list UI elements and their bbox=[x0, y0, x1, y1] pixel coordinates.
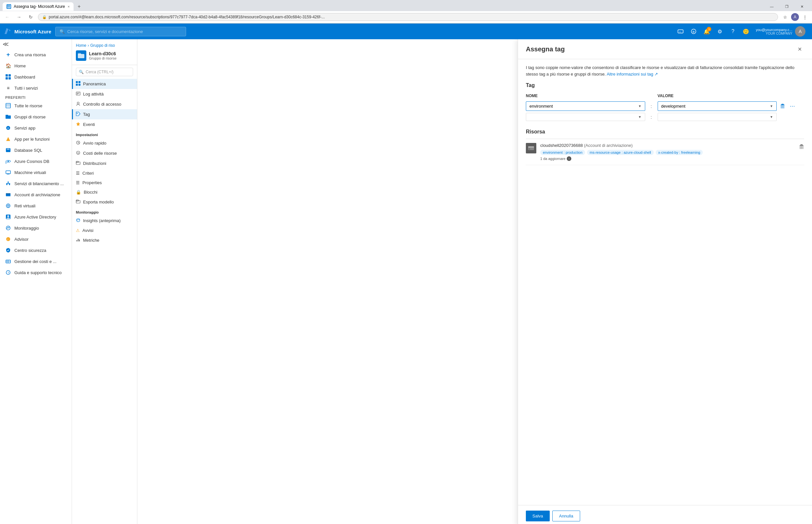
minimize-btn[interactable]: — bbox=[764, 2, 779, 11]
rp-menu-metriche[interactable]: Metriche bbox=[72, 235, 137, 245]
cancel-button[interactable]: Annulla bbox=[552, 511, 580, 521]
tag-separator-2: : bbox=[647, 114, 656, 120]
sidebar-item-advisor[interactable]: i Advisor bbox=[0, 233, 72, 245]
resource-tag-2: x-created-by : freelearning bbox=[656, 150, 703, 155]
sidebar-item-sql[interactable]: Database SQL bbox=[0, 145, 72, 156]
star-btn[interactable]: ☆ bbox=[781, 13, 790, 21]
sidebar-item-dashboard[interactable]: Dashboard bbox=[0, 71, 72, 82]
rp-menu-distribuzioni[interactable]: Distribuzioni bbox=[72, 158, 137, 168]
sidebar-item-functions[interactable]: App per le funzioni bbox=[0, 133, 72, 145]
svg-point-42 bbox=[7, 215, 9, 217]
header-icons: >_ ⊕ 🔔 1 ⚙ ? 🙂 you@yourcompany.c... YOUR… bbox=[675, 25, 808, 38]
resource-delete-btn-0[interactable] bbox=[799, 144, 804, 151]
rp-menu-tag[interactable]: Tag bbox=[72, 109, 137, 119]
user-text: you@yourcompany.c... YOUR COMPANY bbox=[756, 28, 792, 35]
global-search[interactable]: 🔍 Cerca risorse, servizi e documentazion… bbox=[55, 27, 186, 36]
more-info-link[interactable]: Altre informazioni sui tag ↗ bbox=[607, 72, 658, 77]
rp-menu-properties[interactable]: ☰ Properties bbox=[72, 178, 137, 187]
sidebar-item-cosmos[interactable]: Azure Cosmos DB bbox=[0, 156, 72, 167]
loadbalancer-icon bbox=[5, 181, 11, 186]
feedback-icon: 🙂 bbox=[743, 29, 749, 35]
sidebar-item-vms[interactable]: Macchine virtuali bbox=[0, 167, 72, 178]
sidebar-item-appservices[interactable]: A Servizi app bbox=[0, 122, 72, 133]
left-sidebar: ≪ + Crea una risorsa 🏠 Home Dashboard ≡ … bbox=[0, 39, 72, 524]
rp-menu-costi[interactable]: $ Costi delle risorse bbox=[72, 148, 137, 158]
close-btn[interactable]: ✕ bbox=[794, 2, 809, 11]
tag-more-btn-1[interactable]: ⋯ bbox=[789, 102, 796, 110]
tab-bar: Assegna tag- Microsoft Azure × + — ❐ ✕ bbox=[0, 0, 812, 11]
tag-name-dropdown-1[interactable]: environment ▼ bbox=[526, 101, 645, 111]
rp-menu-blocchi[interactable]: 🔒 Blocchi bbox=[72, 187, 137, 197]
monitoring-icon bbox=[5, 225, 11, 231]
rp-menu-logattivita[interactable]: Log attività bbox=[72, 89, 137, 99]
help-btn[interactable]: ? bbox=[727, 26, 739, 37]
resourcegroups-icon bbox=[5, 114, 11, 120]
rp-menu-panoramica[interactable]: Panoramica bbox=[72, 79, 137, 89]
rp-menu-avvisi[interactable]: ⚠ Avvisi bbox=[72, 226, 137, 235]
tab-title: Assegna tag- Microsoft Azure bbox=[14, 4, 65, 9]
user-profile[interactable]: you@yourcompany.c... YOUR COMPANY A bbox=[753, 25, 808, 38]
sidebar-item-help[interactable]: ? Guida e supporto tecnico bbox=[0, 267, 72, 278]
svg-rect-89 bbox=[800, 145, 802, 145]
sidebar-item-home[interactable]: 🏠 Home bbox=[0, 60, 72, 71]
sidebar-item-monitoring[interactable]: Monitoraggio bbox=[0, 223, 72, 233]
sidebar-item-aad[interactable]: Azure Active Directory bbox=[0, 211, 72, 223]
svg-text:>_: >_ bbox=[679, 30, 682, 33]
help-sidebar-icon: ? bbox=[5, 269, 11, 275]
svg-rect-81 bbox=[781, 105, 784, 105]
tag-row-1: environment ▼ : development ▼ ⋯ bbox=[526, 101, 804, 111]
new-tab-btn[interactable]: + bbox=[75, 2, 83, 11]
sidebar-item-resourcegroups[interactable]: Gruppi di risorse bbox=[0, 111, 72, 122]
rp-menu-controllo[interactable]: Controllo di accesso bbox=[72, 99, 137, 109]
rp-menu-esporta[interactable]: Esporta modello bbox=[72, 197, 137, 207]
sidebar-item-allservices[interactable]: ≡ Tutti i servizi bbox=[0, 82, 72, 94]
rp-menu-insights[interactable]: Insights (anteprima) bbox=[72, 215, 137, 226]
svg-text:i: i bbox=[7, 238, 8, 241]
tag-value-dropdown-2[interactable]: ▼ bbox=[658, 113, 777, 121]
back-btn[interactable]: ← bbox=[3, 13, 12, 21]
breadcrumb-group[interactable]: Gruppo di riso bbox=[90, 43, 115, 48]
profile-btn[interactable]: A bbox=[791, 13, 799, 21]
azure-logo[interactable]: Microsoft Azure bbox=[4, 28, 51, 35]
breadcrumb-home[interactable]: Home bbox=[76, 43, 86, 48]
menu-btn[interactable]: ⋮ bbox=[800, 13, 809, 21]
svg-rect-90 bbox=[799, 146, 803, 146]
sidebar-item-costmanagement[interactable]: Gestione dei costi e ... bbox=[0, 256, 72, 267]
save-button[interactable]: Salva bbox=[526, 511, 550, 521]
sidebar-item-vnet[interactable]: Reti virtuali bbox=[0, 200, 72, 211]
directory-btn[interactable]: ⊕ bbox=[688, 26, 699, 37]
dropdown-arrow-icon-3: ▼ bbox=[770, 115, 773, 119]
tag-row-2: ▼ : ▼ bbox=[526, 113, 804, 121]
aad-icon bbox=[5, 214, 11, 220]
rp-menu-eventi[interactable]: Eventi bbox=[72, 119, 137, 130]
svg-point-33 bbox=[6, 184, 7, 185]
maximize-btn[interactable]: ❐ bbox=[779, 2, 794, 11]
flyout-close-btn[interactable]: ✕ bbox=[795, 45, 804, 54]
sidebar-collapse-btn[interactable]: ≪ bbox=[0, 39, 72, 49]
allresources-icon bbox=[5, 103, 11, 109]
settings-btn[interactable]: ⚙ bbox=[714, 26, 726, 37]
sidebar-item-security[interactable]: Centro sicurezza bbox=[0, 245, 72, 256]
rp-search[interactable]: 🔍 Cerca (CTRL+/) bbox=[76, 68, 133, 76]
url-bar[interactable]: 🔒 portal.azure.com/#@learn.docs.microsof… bbox=[38, 13, 778, 21]
eventi-icon bbox=[76, 122, 80, 127]
tag-delete-btn-1[interactable] bbox=[778, 102, 787, 111]
tab-close-btn[interactable]: × bbox=[68, 4, 70, 9]
svg-rect-57 bbox=[79, 84, 80, 86]
sidebar-item-storage[interactable]: Account di archiviazione bbox=[0, 189, 72, 200]
sidebar-item-loadbalancer[interactable]: Servizi di bilanciamento ... bbox=[0, 178, 72, 189]
rp-menu-criteri[interactable]: ☰ Criteri bbox=[72, 168, 137, 178]
tag-value-dropdown-1[interactable]: development ▼ bbox=[658, 101, 777, 111]
svg-rect-88 bbox=[800, 145, 803, 146]
notifications-btn[interactable]: 🔔 1 bbox=[701, 26, 713, 37]
feedback-btn[interactable]: 🙂 bbox=[740, 26, 752, 37]
cloud-shell-btn[interactable]: >_ bbox=[675, 26, 686, 37]
forward-btn[interactable]: → bbox=[14, 13, 23, 21]
tag-name-dropdown-2[interactable]: ▼ bbox=[526, 113, 645, 121]
rp-menu-avviorapido[interactable]: Avvio rapido bbox=[72, 138, 137, 148]
sidebar-item-create[interactable]: + Crea una risorsa bbox=[0, 49, 72, 60]
metriche-icon bbox=[76, 238, 80, 243]
refresh-btn[interactable]: ↻ bbox=[26, 13, 35, 21]
sidebar-item-allresources[interactable]: Tutte le risorse bbox=[0, 100, 72, 111]
active-tab[interactable]: Assegna tag- Microsoft Azure × bbox=[3, 2, 73, 11]
